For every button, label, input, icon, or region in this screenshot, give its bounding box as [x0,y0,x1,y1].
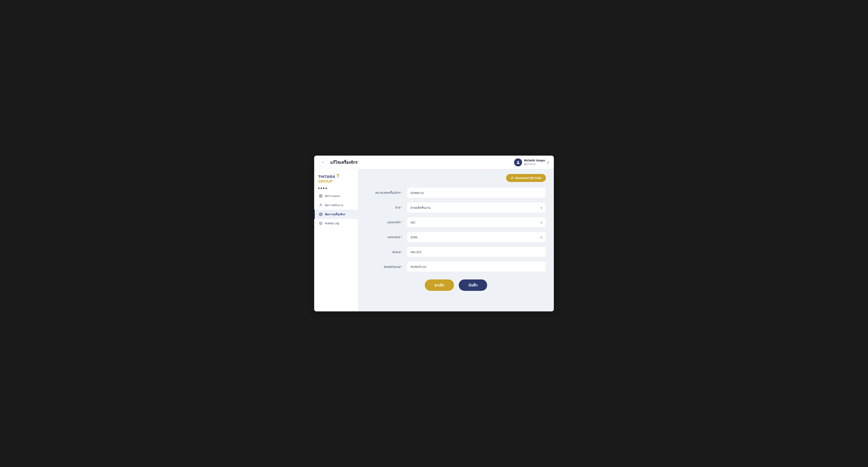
sidebar-item-employee[interactable]: จัดการพนักงาน [314,200,358,210]
form-row-brand: Brand* [366,247,546,257]
download-qr-label: Download QR Code [515,176,541,180]
form-row-model-serial: Model/Serial* [366,261,546,272]
svg-point-4 [320,204,321,205]
svg-point-5 [320,214,321,215]
required-star-model: * [401,265,402,269]
main-content: Download QR Code หมายเลขเครื่องจักร* ฝ่า… [358,169,554,311]
download-btn-row: Download QR Code [366,174,546,182]
cancel-button[interactable]: ยกเลิก [425,279,454,291]
sidebar-item-machine-label: จัดการเครื่องจักร [325,212,345,217]
select-main-plan[interactable]: WC EDM MILLING [407,217,546,227]
logo-thitara: THITARA [318,175,335,179]
sidebar-logo: THITARA T̈ GROUP [314,173,358,188]
page-title: แก้ไขเครื่องจักร [330,159,514,165]
list-icon [319,194,323,198]
form-row-machine-number: หมายเลขเครื่องจักร* [366,188,546,198]
avatar [514,158,522,166]
sidebar-item-activity[interactable]: Activity Log [314,219,358,228]
sidebar-item-employee-label: จัดการพนักงาน [325,203,343,207]
user-text: Michelle Vargas ผู้ดูแลระบบ [524,159,545,166]
body-wrapper: THITARA T̈ GROUP จัดการแผนก [314,169,554,311]
input-model-serial[interactable] [407,261,546,272]
sidebar-item-plan[interactable]: จัดการแผนก [314,191,358,200]
required-star-dept: * [401,206,402,209]
download-qr-button[interactable]: Download QR Code [506,174,546,182]
sidebar-dots [314,188,358,191]
user-menu[interactable]: Michelle Vargas ผู้ดูแลระบบ ∨ [514,158,549,166]
sidebar-item-activity-label: Activity Log [325,222,339,225]
edit-machine-form: หมายเลขเครื่องจักร* ฝ่าย* ฝ่ายผลิตชิ้นงา… [366,188,546,291]
layers-icon [319,221,323,225]
select-wrapper-sub-plan: EDM WC MILLING ∨ [407,232,546,242]
back-button[interactable]: ← [319,158,327,166]
gear-icon [319,212,323,216]
user-role: ผู้ดูแลระบบ [524,162,545,166]
download-icon [510,176,514,180]
sidebar-item-machine[interactable]: จัดการเครื่องจักร [314,210,358,219]
svg-rect-1 [319,194,322,195]
select-wrapper-main-plan: WC EDM MILLING ∨ [407,217,546,227]
label-brand: Brand* [366,250,402,254]
select-sub-plan[interactable]: EDM WC MILLING [407,232,546,242]
sidebar: THITARA T̈ GROUP จัดการแผนก [314,169,358,311]
logo-group: GROUP [318,179,333,183]
person-icon [319,203,323,207]
label-machine-number: หมายเลขเครื่องจักร* [366,190,402,195]
form-row-department: ฝ่าย* ฝ่ายผลิตชิ้นงาน ฝ่ายซ่อมบำรุง ฝ่าย… [366,203,546,213]
save-button[interactable]: บันทึก [459,279,487,291]
svg-marker-6 [319,222,322,223]
sidebar-item-plan-label: จัดการแผนก [325,194,340,198]
svg-rect-2 [319,196,322,196]
svg-point-0 [517,161,519,162]
label-department: ฝ่าย* [366,205,402,210]
required-star: * [401,191,402,194]
svg-rect-3 [319,197,322,197]
select-wrapper-department: ฝ่ายผลิตชิ้นงาน ฝ่ายซ่อมบำรุง ฝ่ายบริหาร… [407,203,546,213]
action-buttons: ยกเลิก บันทึก [366,279,546,291]
required-star-brand: * [401,250,402,254]
label-model-serial: Model/Serial* [366,265,402,269]
label-sub-plan: แผนกย่อย* [366,235,402,240]
input-machine-number[interactable] [407,188,546,198]
required-star-sub: * [401,235,402,239]
form-row-main-plan: แผนกหลัก* WC EDM MILLING ∨ [366,217,546,227]
logo-t-icon: T̈ [335,174,339,179]
header: ← แก้ไขเครื่องจักร Michelle Vargas ผู้ดู… [314,156,554,169]
input-brand[interactable] [407,247,546,257]
user-name: Michelle Vargas [524,159,545,162]
label-main-plan: แผนกหลัก* [366,220,402,225]
chevron-down-icon: ∨ [547,161,549,164]
form-row-sub-plan: แผนกย่อย* EDM WC MILLING ∨ [366,232,546,242]
required-star-main: * [401,220,402,224]
select-department[interactable]: ฝ่ายผลิตชิ้นงาน ฝ่ายซ่อมบำรุง ฝ่ายบริหาร [407,203,546,213]
